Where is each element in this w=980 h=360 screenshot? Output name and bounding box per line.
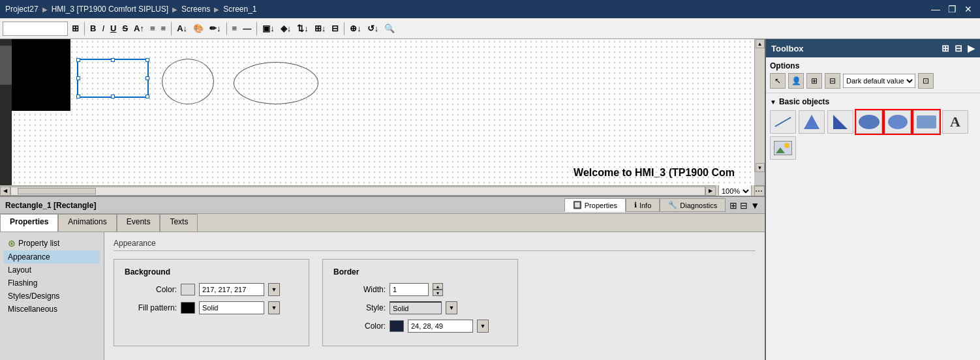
close-button[interactable]: ✕	[962, 4, 975, 14]
align-h[interactable]: ≡	[230, 23, 239, 34]
line-color[interactable]: ✏↓	[207, 23, 223, 34]
person-tool[interactable]: 👤	[788, 73, 804, 89]
shape-ellipse[interactable]	[234, 62, 318, 104]
align-v[interactable]: —	[241, 23, 253, 34]
italic-button[interactable]: I	[100, 23, 106, 34]
size-w[interactable]: ⊟	[329, 23, 341, 34]
strikethrough-button[interactable]: S	[120, 23, 130, 34]
options-label: Options	[770, 61, 976, 70]
handle-mr[interactable]	[145, 76, 149, 80]
objects-grid: A	[770, 110, 976, 160]
mirror-h[interactable]: ⇅↓	[295, 23, 311, 34]
group-btn[interactable]: ⊕↓	[348, 23, 363, 34]
handle-tm[interactable]	[111, 58, 115, 62]
handle-tr[interactable]	[145, 58, 149, 62]
sidebar-item-property-list[interactable]: ⊛ Property list	[4, 236, 100, 250]
tab-events[interactable]: Events	[117, 214, 161, 232]
theme-dropdown[interactable]: Dark default value	[843, 74, 915, 88]
bold-button[interactable]: B	[88, 23, 98, 34]
obj-ellipse2[interactable]	[885, 110, 911, 134]
underline-button[interactable]: U	[108, 23, 118, 34]
border-width-spinner[interactable]: ▲ ▼	[433, 283, 443, 296]
canvas-area[interactable]: Welcome to HMI_3 (TP1900 Com	[12, 39, 754, 185]
border-color-dropdown[interactable]: ▼	[477, 320, 489, 333]
hscroll-right-btn[interactable]: ▶	[705, 187, 716, 196]
settings-tool[interactable]: ⊡	[918, 73, 934, 89]
sep3	[226, 22, 227, 35]
obj-rtriangle[interactable]	[827, 110, 853, 134]
insert-obj[interactable]: ▣↓	[260, 23, 277, 34]
grid-tool[interactable]: ⊞	[806, 73, 822, 89]
minimize-button[interactable]: —	[928, 4, 943, 14]
toolbox-expand-icon[interactable]: ▶	[968, 43, 975, 53]
font-size-up[interactable]: A↑	[132, 23, 146, 34]
align-center[interactable]: ≡	[159, 23, 168, 34]
flashing-label: Flashing	[8, 278, 37, 288]
props-expand-btn[interactable]: ▼	[750, 200, 759, 211]
obj-effect[interactable]: ◈↓	[279, 23, 294, 34]
shape-rectangle[interactable]	[77, 59, 149, 98]
tab-properties-main[interactable]: Properties	[0, 214, 58, 232]
handle-br[interactable]	[145, 95, 149, 98]
fill-color[interactable]: 🎨	[191, 23, 206, 34]
triangle-icon	[804, 115, 819, 129]
sidebar-item-styles[interactable]: Styles/Designs	[4, 290, 100, 303]
sidebar-item-miscellaneous[interactable]: Miscellaneous	[4, 303, 100, 316]
hscroll-left-btn[interactable]: ◀	[0, 187, 10, 196]
border-color-value[interactable]: 24, 28, 49	[408, 320, 473, 333]
shape-circle[interactable]	[162, 59, 214, 104]
fill-value[interactable]: Solid	[199, 301, 264, 314]
tab-texts[interactable]: Texts	[160, 214, 198, 232]
bg-color-dropdown[interactable]: ▼	[268, 283, 280, 296]
fill-dropdown[interactable]: ▼	[268, 301, 280, 314]
hscroll-track[interactable]	[10, 187, 705, 196]
handle-bl[interactable]	[76, 95, 80, 98]
obj-ellipse1[interactable]	[856, 110, 882, 134]
scroll-up-btn[interactable]: ▲	[756, 39, 765, 48]
obj-rect[interactable]	[913, 110, 940, 134]
tab-diagnostics[interactable]: 🔧 Diagnostics	[660, 198, 726, 212]
rotate-btn[interactable]: ↺↓	[365, 23, 381, 34]
size-h[interactable]: ⊞↓	[313, 23, 328, 34]
handle-tl[interactable]	[76, 58, 80, 62]
border-style-dropdown[interactable]: ▼	[446, 301, 457, 314]
obj-triangle[interactable]	[799, 110, 825, 134]
toolbox-icon1[interactable]: ⊞	[942, 43, 949, 53]
props-float-btn[interactable]: ⊞	[729, 200, 737, 211]
sidebar-item-appearance[interactable]: Appearance	[4, 250, 100, 263]
border-width-value[interactable]: 1	[390, 283, 429, 296]
canvas-scrollbar-right[interactable]: ▲ ▼	[754, 39, 765, 172]
maximize-button[interactable]: ❐	[945, 4, 959, 14]
sidebar-item-flashing[interactable]: Flashing	[4, 277, 100, 290]
handle-ml[interactable]	[76, 76, 80, 80]
bg-color-swatch[interactable]	[181, 284, 195, 295]
spin-down[interactable]: ▼	[433, 290, 443, 296]
grid-btn[interactable]: ⊞	[70, 23, 81, 34]
obj-line[interactable]	[770, 110, 796, 134]
sidebar-item-layout[interactable]: Layout	[4, 263, 100, 277]
obj-image[interactable]	[770, 136, 796, 160]
hscroll-bar: ◀ ▶ 100% 75% 50% 125% 150% ⋯	[0, 185, 765, 196]
bg-color-value[interactable]: 217, 217, 217	[199, 283, 264, 296]
hscroll-thumb[interactable]	[18, 188, 96, 194]
search-btn[interactable]: 🔍	[382, 23, 397, 34]
spin-up[interactable]: ▲	[433, 283, 443, 290]
props-dock-btn[interactable]: ⊟	[740, 200, 748, 211]
properties-label: Properties	[585, 202, 617, 209]
scroll-down-btn[interactable]: ▼	[756, 163, 765, 172]
font-color[interactable]: A↓	[175, 23, 189, 34]
tab-properties[interactable]: 🔲 Properties	[564, 198, 626, 212]
handle-bm[interactable]	[111, 95, 115, 98]
basic-objects-header[interactable]: ▼ Basic objects	[770, 97, 976, 106]
tab-animations[interactable]: Animations	[58, 214, 116, 232]
cursor-tool[interactable]: ↖	[770, 73, 786, 89]
table-tool[interactable]: ⊟	[825, 73, 840, 89]
align-left[interactable]: ≡	[148, 23, 157, 34]
tab-info[interactable]: ℹ Info	[626, 198, 660, 212]
toolbar-input[interactable]	[3, 22, 68, 36]
border-style-value[interactable]: Solid	[390, 301, 442, 314]
fill-swatch[interactable]	[181, 302, 195, 314]
obj-text-a[interactable]: A	[942, 110, 968, 134]
border-color-swatch[interactable]	[390, 320, 404, 332]
toolbox-icon2[interactable]: ⊟	[955, 43, 962, 53]
